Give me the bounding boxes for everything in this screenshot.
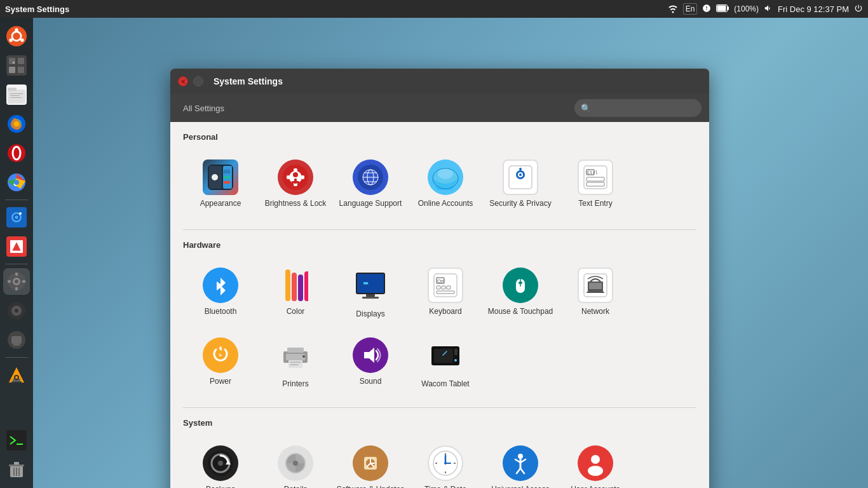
all-settings-button[interactable]: All Settings [178, 101, 229, 116]
svg-rect-53 [9, 464, 24, 466]
desktop: System Settings En [0, 0, 868, 488]
battery-percent: (100%) [734, 4, 759, 13]
search-input[interactable] [595, 104, 695, 113]
setting-software-updates[interactable]: Software & Updates [333, 435, 408, 488]
svg-rect-11 [9, 67, 15, 73]
time-date-label: Time & Date [424, 485, 466, 488]
svg-rect-48 [11, 381, 22, 383]
setting-wacom-tablet[interactable]: Wacom Tablet [408, 327, 483, 397]
notifications-icon[interactable] [702, 4, 711, 15]
text-entry-icon: Ctrl [578, 159, 613, 195]
dock-item-draw[interactable] [3, 233, 30, 260]
setting-network[interactable]: Network [558, 257, 633, 327]
keyboard-en-indicator[interactable]: En [683, 3, 698, 15]
power-icon[interactable] [854, 4, 863, 15]
window-minimize-button[interactable] [193, 76, 203, 86]
setting-security-privacy[interactable]: Security & Privacy [483, 149, 558, 219]
battery-icon[interactable] [716, 4, 729, 14]
dock-item-firefox[interactable] [3, 111, 30, 137]
appearance-label: Appearance [200, 199, 241, 209]
svg-point-160 [591, 455, 600, 464]
svg-point-136 [218, 461, 223, 466]
setting-mouse-touchpad[interactable]: Mouse & Touchpad [483, 257, 558, 327]
bluetooth-icon [203, 268, 238, 303]
svg-rect-44 [14, 342, 19, 344]
setting-brightness-lock[interactable]: Brightness & Lock [258, 149, 333, 219]
dock-item-chromium[interactable] [3, 169, 30, 196]
details-label: Details [284, 485, 308, 488]
app-name: System Settings [5, 4, 668, 14]
setting-keyboard[interactable]: Ctrl Keyboard [408, 257, 483, 327]
setting-user-accounts[interactable]: User Accounts [558, 435, 633, 488]
svg-point-86 [519, 173, 522, 176]
software-updates-label: Software & Updates [337, 485, 405, 488]
svg-text:▬: ▬ [363, 278, 369, 287]
setting-backups[interactable]: Backups [183, 435, 258, 488]
setting-text-entry[interactable]: Ctrl Text Entry [558, 149, 633, 219]
sound-label: Sound [360, 377, 382, 387]
search-bar[interactable]: 🔍 [574, 99, 702, 117]
svg-rect-69 [287, 175, 290, 179]
dock-item-files[interactable] [3, 81, 30, 108]
svg-point-19 [14, 121, 19, 126]
user-accounts-label: User Accounts [571, 485, 620, 488]
dock-item-ubuntu[interactable] [3, 23, 30, 50]
dock-item-workspaces[interactable] [3, 52, 30, 79]
dock-item-startup[interactable] [3, 327, 30, 353]
svg-point-24 [14, 180, 19, 185]
mouse-touchpad-icon [503, 268, 538, 303]
wifi-icon[interactable] [668, 3, 678, 15]
svg-rect-103 [362, 297, 379, 299]
svg-point-161 [588, 466, 603, 476]
online-accounts-label: Online Accounts [418, 199, 473, 209]
window-content: Personal Ap [170, 122, 709, 488]
window-close-button[interactable]: ✕ [178, 76, 188, 86]
sound-icon [353, 337, 388, 373]
dock-item-vlc[interactable] [3, 362, 30, 388]
svg-rect-16 [8, 88, 17, 91]
setting-time-date[interactable]: Time & Date [408, 435, 483, 488]
dock-separator-2 [5, 264, 28, 264]
setting-printers[interactable]: Printers [258, 327, 333, 397]
svg-rect-64 [224, 181, 230, 184]
svg-rect-35 [15, 273, 18, 276]
dock-item-opera[interactable] [3, 140, 30, 166]
svg-rect-45 [13, 344, 20, 346]
setting-sound[interactable]: Sound [333, 327, 408, 397]
setting-language-support[interactable]: Language Support [333, 149, 408, 219]
svg-rect-130 [434, 349, 453, 363]
svg-rect-15 [8, 90, 25, 104]
dock-item-terminal[interactable] [3, 427, 30, 454]
setting-online-accounts[interactable]: Online Accounts [408, 149, 483, 219]
dock-separator-1 [5, 200, 28, 200]
window-title: System Settings [214, 76, 283, 86]
dock-item-settings[interactable] [3, 268, 30, 295]
volume-icon[interactable] [764, 4, 773, 15]
dock-item-trash[interactable] [3, 456, 30, 483]
keyboard-label: Keyboard [429, 307, 461, 317]
svg-rect-13 [13, 62, 15, 64]
setting-universal-access[interactable]: Universal Access [483, 435, 558, 488]
svg-point-5 [15, 29, 18, 32]
dock-item-disks[interactable] [3, 297, 30, 324]
svg-rect-70 [301, 175, 304, 179]
backups-label: Backups [206, 485, 235, 488]
security-privacy-label: Security & Privacy [489, 199, 551, 209]
svg-rect-122 [287, 348, 304, 353]
setting-color[interactable]: Color [258, 257, 333, 327]
setting-appearance[interactable]: Appearance [183, 149, 258, 219]
user-accounts-icon [578, 445, 613, 481]
datetime-display[interactable]: Fri Dec 9 12:37 PM [778, 4, 849, 14]
svg-rect-117 [589, 283, 602, 289]
setting-details[interactable]: Details [258, 435, 333, 488]
displays-label: Displays [356, 309, 384, 320]
setting-bluetooth[interactable]: Bluetooth [183, 257, 258, 327]
window-toolbar: All Settings 🔍 [170, 94, 709, 122]
setting-power[interactable]: Power [183, 327, 258, 397]
keyboard-icon: Ctrl [428, 268, 463, 303]
dock-item-shotwell[interactable] [3, 204, 30, 231]
window-titlebar: ✕ System Settings [170, 69, 709, 94]
svg-rect-63 [224, 176, 230, 179]
setting-displays[interactable]: ▬ Displays [333, 257, 408, 327]
top-panel: System Settings En [0, 0, 868, 18]
